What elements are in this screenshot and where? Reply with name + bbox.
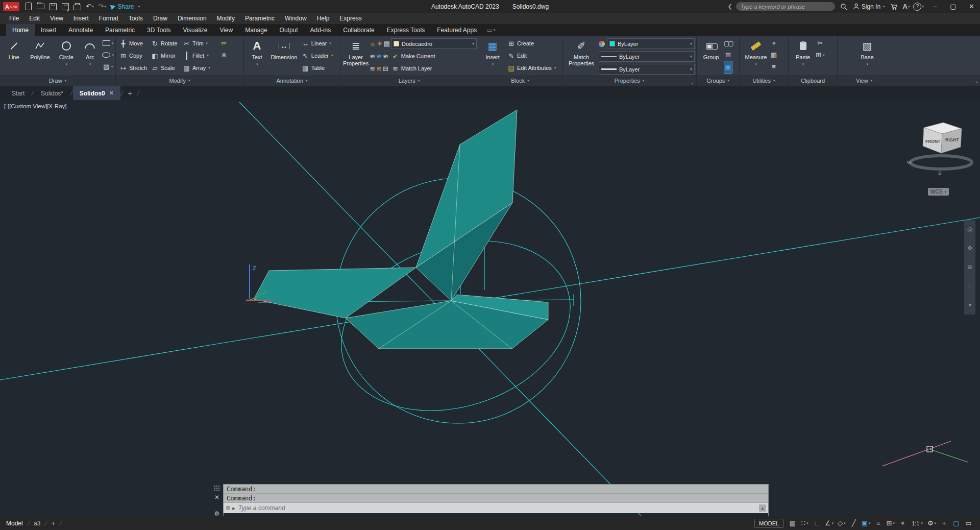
polar-tracking-button[interactable]: ∠▾ [824, 518, 835, 528]
lineweight-display-button[interactable]: ≡ [873, 518, 884, 528]
zoom-icon[interactable]: ⊕ [967, 263, 972, 271]
ribbon-tab-output[interactable]: Output [274, 24, 304, 36]
properties-launcher-icon[interactable]: ⌄ [690, 80, 694, 85]
stretch-button[interactable]: ↦Stretch [117, 62, 149, 74]
arc-button[interactable]: Arc ▾ [79, 37, 102, 67]
ribbon-display-toggle[interactable]: ▭▾ [487, 24, 495, 36]
ribbon-tab-manage[interactable]: Manage [239, 24, 273, 36]
ribbon-tab-3d-tools[interactable]: 3D Tools [141, 24, 177, 36]
navigation-bar[interactable]: ◎ ✥ ⊕ ◌ ▾ [964, 220, 975, 315]
ellipse-button[interactable]: ▾ [102, 49, 114, 61]
explode-button[interactable]: ※ [217, 49, 231, 61]
view-launcher-icon[interactable]: » [975, 80, 978, 85]
restore-button[interactable]: ▢ [946, 0, 961, 13]
ribbon-tab-insert[interactable]: Insert [35, 24, 62, 36]
layer-walk-button[interactable]: ≋ [376, 63, 382, 75]
object-snap-tracking-button[interactable]: ╱ [848, 518, 859, 528]
grid-display-button[interactable]: ▦ [787, 518, 798, 528]
plot-button[interactable] [72, 2, 83, 11]
copy-clip-button[interactable]: ⊞▾ [816, 49, 824, 61]
compass-west-label[interactable]: W [907, 160, 912, 165]
panel-title-utilities[interactable]: Utilities▾ [740, 75, 788, 86]
clean-screen-button[interactable]: ▭ [963, 518, 974, 528]
paste-button[interactable]: Paste ▾ [790, 37, 816, 67]
ungroup-button[interactable]: ▢▢ [724, 37, 732, 49]
ribbon-tab-collaborate[interactable]: Collaborate [337, 24, 380, 36]
ribbon-tab-home[interactable]: Home [6, 24, 35, 36]
qat-customize-caret-icon[interactable]: ▾ [138, 5, 140, 9]
layer-isolate-button[interactable]: ≋ [370, 51, 375, 62]
create-block-button[interactable]: ⊞Create [505, 37, 560, 50]
menu-view[interactable]: View [45, 14, 68, 23]
wrench-icon[interactable]: ⚙ [214, 511, 220, 516]
quick-select-button[interactable]: ≡ [771, 61, 777, 73]
object-snap-button[interactable]: ▣▾ [861, 518, 871, 528]
drawing-canvas[interactable]: Z [0, 100, 980, 516]
menu-tools[interactable]: Tools [124, 14, 148, 23]
erase-button[interactable]: ✏ [217, 37, 231, 49]
save-as-button[interactable] [60, 2, 70, 11]
scale-button[interactable]: ▱Scale [149, 62, 181, 74]
panel-title-properties[interactable]: Properties▾⌄ [562, 75, 696, 86]
polyline-button[interactable]: Polyline [26, 37, 54, 60]
object-color-dropdown[interactable]: ByLayer ▾ [607, 38, 695, 49]
linetype-dropdown[interactable]: ByLayer ▾ [599, 51, 695, 62]
full-navigation-wheel-icon[interactable]: ◎ [967, 226, 972, 233]
menu-insert[interactable]: Insert [68, 14, 94, 23]
circle-button[interactable]: Circle ▾ [54, 37, 79, 67]
fillet-button[interactable]: Fillet▾ [181, 50, 217, 62]
layout-tab-model[interactable]: Model [6, 520, 23, 527]
layer-off-button[interactable]: ☼ [370, 38, 376, 50]
menu-draw[interactable]: Draw [148, 14, 173, 23]
navbar-caret-icon[interactable]: ▾ [968, 301, 971, 308]
dimension-button[interactable]: ↔ Dimension [268, 37, 300, 60]
ribbon-tab-express-tools[interactable]: Express Tools [381, 24, 431, 36]
table-button[interactable]: ▦Table [300, 62, 338, 74]
menu-parametric[interactable]: Parametric [240, 14, 280, 23]
cut-button[interactable]: ✂ [816, 37, 824, 49]
rectangle-button[interactable]: ▾ [102, 37, 114, 49]
trim-button[interactable]: ✂Trim▾ [181, 37, 217, 50]
layer-prev-button[interactable]: ⊟ [383, 63, 388, 75]
rotate-button[interactable]: ↻Rotate [149, 37, 181, 50]
menu-file[interactable]: File [4, 14, 24, 23]
edit-attributes-button[interactable]: ▤Edit Attributes▾ [505, 62, 560, 74]
command-scroll-up-icon[interactable]: ▲ [759, 504, 766, 512]
search-button[interactable] [839, 2, 849, 11]
command-input[interactable] [237, 504, 757, 512]
panel-title-annotation[interactable]: Annotation▾ [244, 75, 340, 86]
panel-title-groups[interactable]: Groups▾ [697, 75, 739, 86]
layer-lock-button[interactable]: ▤ [384, 38, 390, 50]
search-input[interactable] [736, 2, 835, 11]
panel-title-clipboard[interactable]: Clipboard [789, 75, 837, 86]
panel-title-block[interactable]: Block▾ [478, 75, 562, 86]
panel-title-modify[interactable]: Modify▾ [116, 75, 243, 86]
match-layer-button[interactable]: ≋Match Layer [389, 62, 434, 75]
ribbon-tab-annotate[interactable]: Annotate [62, 24, 99, 36]
app-menu-button[interactable]: A CAD [3, 2, 19, 11]
file-tab-solidos[interactable]: Solidos* [34, 86, 70, 100]
annotation-scale-button[interactable]: 1:1▾ [910, 518, 925, 528]
quick-calc-button[interactable]: ▦ [771, 49, 777, 61]
close-tab-icon[interactable]: ✕ [109, 90, 114, 97]
panel-title-draw[interactable]: Draw▾ [0, 75, 115, 86]
line-button[interactable]: Line [2, 37, 26, 60]
file-tab-solidos0[interactable]: Solidos0 ✕ [73, 86, 120, 100]
base-button[interactable]: ▧ Base ▾ [854, 37, 880, 67]
measure-button[interactable]: Measure ▾ [741, 37, 771, 67]
file-tab-start[interactable]: Start [5, 86, 31, 100]
copy-button[interactable]: ⊞Copy [117, 50, 149, 62]
ortho-mode-button[interactable]: ∟ [812, 518, 822, 528]
view-cube[interactable]: W S FRONT RIGHT [904, 117, 980, 180]
color-wheel-icon[interactable] [599, 41, 605, 47]
ribbon-tab-featured-apps[interactable]: Featured Apps [431, 24, 483, 36]
ribbon-tab-add-ins[interactable]: Add-ins [304, 24, 337, 36]
menu-window[interactable]: Window [280, 14, 312, 23]
viewport-controls-label[interactable]: [-][Custom View][X-Ray] [4, 103, 67, 109]
pan-icon[interactable]: ✥ [967, 245, 972, 252]
lineweight-dropdown[interactable]: ByLayer ▾ [599, 64, 695, 75]
close-button[interactable]: ✕ [964, 0, 979, 13]
text-button[interactable]: A Text ▾ [246, 37, 268, 67]
search-collapse-icon[interactable]: ❮ [727, 3, 732, 10]
model-viewport[interactable]: [-][Custom View][X-Ray] [0, 100, 980, 516]
